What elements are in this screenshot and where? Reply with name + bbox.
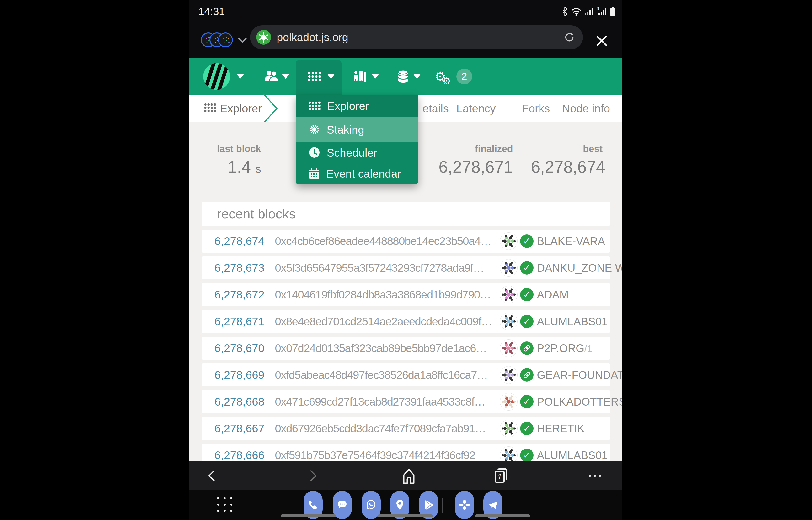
stat-finalized: finalized 6,278,671 xyxy=(426,144,513,177)
browser-toolbar: polkadot.js.org xyxy=(189,23,622,58)
battery-icon xyxy=(610,6,616,17)
tab-group-button[interactable] xyxy=(201,32,234,49)
tab-node-info[interactable]: Node info xyxy=(562,95,610,122)
explorer-caret[interactable] xyxy=(328,58,335,95)
verified-badge-icon: ✓ xyxy=(520,288,534,301)
validator-name: ALUMLABS01 xyxy=(537,310,608,333)
section-title: recent blocks xyxy=(217,202,296,226)
validator-identicon[interactable] xyxy=(500,313,517,330)
tab-forks[interactable]: Forks xyxy=(522,95,550,122)
block-row: 6,278,673 0x5f3d65647955a3f57243293cf727… xyxy=(202,256,610,279)
chevron-down-icon xyxy=(237,74,244,79)
database-icon xyxy=(398,70,409,83)
network-logo-button[interactable] xyxy=(203,58,230,95)
browser-bottom-nav: 1 xyxy=(189,461,622,490)
gears-icon: ⚙⚙ xyxy=(435,69,446,84)
block-hash: 0x471c699cd27f13cab8d27391faa4533c8f… xyxy=(275,390,485,413)
chevron-down-icon xyxy=(413,74,421,79)
block-row: 6,278,670 0x07d24d0135af323cab89be5bb97d… xyxy=(202,337,610,360)
roaming-signal-icon: R xyxy=(596,7,607,16)
chevron-down-icon xyxy=(372,74,379,79)
status-bar: 14:31 R xyxy=(189,0,622,23)
validator-identicon[interactable] xyxy=(500,393,517,411)
network-menu-caret[interactable] xyxy=(372,58,379,95)
menu-item-staking[interactable]: Staking xyxy=(296,117,418,142)
verified-badge-icon: ✓ xyxy=(520,315,534,328)
split-screen-handle[interactable] xyxy=(281,514,336,517)
home-icon[interactable] xyxy=(401,468,416,484)
block-hash: 0x1404619fbf0284db8a3a3868ed1b99d790… xyxy=(275,283,491,306)
block-hash: 0x07d24d0135af323cab89be5bb97de1ac6… xyxy=(275,337,487,360)
app-drawer-icon[interactable] xyxy=(217,497,234,513)
menu-network-button[interactable] xyxy=(354,58,368,95)
verified-badge-icon: ✓ xyxy=(520,448,534,462)
block-number-link[interactable]: 6,278,673 xyxy=(215,256,264,279)
more-icon[interactable] xyxy=(589,475,606,477)
verified-badge-icon: ✓ xyxy=(520,234,534,248)
block-hash: 0xc4cb6cef86eadee448880be14ec23b50a4… xyxy=(275,230,491,253)
linked-badge-icon: ✓ xyxy=(520,341,534,355)
stat-best: best 6,278,674 xyxy=(531,144,603,177)
split-screen-handle[interactable] xyxy=(377,514,433,517)
stat-last-block: last block 1.4 s xyxy=(197,144,261,177)
block-number-link[interactable]: 6,278,669 xyxy=(215,363,264,386)
block-hash: 0xd67926eb5cdd3dac74fe7f7089cfa7ab91… xyxy=(275,417,486,440)
site-favicon xyxy=(256,30,271,45)
block-hash: 0x5f3d65647955a3f57243293cf7278ada9f… xyxy=(275,256,484,279)
close-icon[interactable] xyxy=(595,34,608,47)
tabs-icon[interactable]: 1 xyxy=(494,468,509,483)
tab-latency[interactable]: Latency xyxy=(456,95,496,122)
staking-icon xyxy=(309,124,320,135)
split-screen-handle[interactable] xyxy=(475,514,530,517)
block-row: 6,278,669 0xfd5abeac48d497fec38526da1a8f… xyxy=(202,363,610,386)
validator-name: DANKU_ZONE W… xyxy=(537,256,622,280)
block-row: 6,278,668 0x471c699cd27f13cab8d27391faa4… xyxy=(202,390,610,413)
tab-chain-details[interactable]: etails xyxy=(422,95,449,122)
tab-count: 1 xyxy=(495,471,505,483)
block-number-link[interactable]: 6,278,668 xyxy=(215,390,264,413)
gallery-app-icon[interactable] xyxy=(455,491,474,519)
menu-settings-button[interactable]: ⚙⚙ xyxy=(435,58,446,95)
back-icon[interactable] xyxy=(208,470,220,482)
block-number-link[interactable]: 6,278,671 xyxy=(215,310,264,333)
breadcrumb-chevron-icon xyxy=(260,94,282,123)
validator-identicon[interactable] xyxy=(500,366,517,384)
menu-developer-button[interactable] xyxy=(398,58,409,95)
block-number-link[interactable]: 6,278,674 xyxy=(215,230,264,253)
accounts-icon xyxy=(264,70,279,83)
svg-text:R: R xyxy=(596,7,599,11)
url-bar[interactable]: polkadot.js.org xyxy=(250,25,583,49)
menu-explorer-button[interactable] xyxy=(308,58,321,95)
developer-caret[interactable] xyxy=(413,58,421,95)
menu-item-event-calendar[interactable]: Event calendar xyxy=(296,163,418,184)
validator-identicon[interactable] xyxy=(500,286,517,304)
block-row: 6,278,672 0x1404619fbf0284db8a3a3868ed1b… xyxy=(202,283,610,306)
validator-identicon[interactable] xyxy=(500,420,517,437)
validator-identicon[interactable] xyxy=(500,339,517,357)
forward-icon[interactable] xyxy=(305,470,317,482)
dock-divider xyxy=(442,497,443,513)
menu-item-scheduler[interactable]: Scheduler xyxy=(296,142,418,163)
validator-identicon[interactable] xyxy=(500,232,517,250)
block-number-link[interactable]: 6,278,667 xyxy=(215,417,264,440)
settings-badge[interactable]: 2 xyxy=(456,58,472,95)
block-number-link[interactable]: 6,278,672 xyxy=(215,283,264,306)
chevron-down-icon[interactable] xyxy=(238,38,247,43)
network-caret[interactable] xyxy=(237,58,244,95)
block-number-link[interactable]: 6,278,670 xyxy=(215,337,264,360)
breadcrumb: Explorer xyxy=(220,95,262,122)
validator-identicon[interactable] xyxy=(500,259,517,277)
app-navbar: ⚙⚙ 2 xyxy=(189,58,622,95)
stat-label: finalized xyxy=(426,144,513,154)
calendar-icon xyxy=(309,168,319,179)
explorer-dropdown-menu: Explorer Staking Scheduler xyxy=(296,95,418,184)
reload-icon[interactable] xyxy=(564,32,575,43)
taskbar-dock xyxy=(189,490,622,520)
tab-favicon-3 xyxy=(218,32,233,47)
referenda-icon xyxy=(354,70,368,83)
menu-item-explorer[interactable]: Explorer xyxy=(296,95,418,117)
explorer-grid-icon xyxy=(204,103,216,112)
accounts-caret[interactable] xyxy=(282,58,289,95)
validator-name: ADAM xyxy=(537,283,569,307)
menu-accounts-button[interactable] xyxy=(264,58,279,95)
